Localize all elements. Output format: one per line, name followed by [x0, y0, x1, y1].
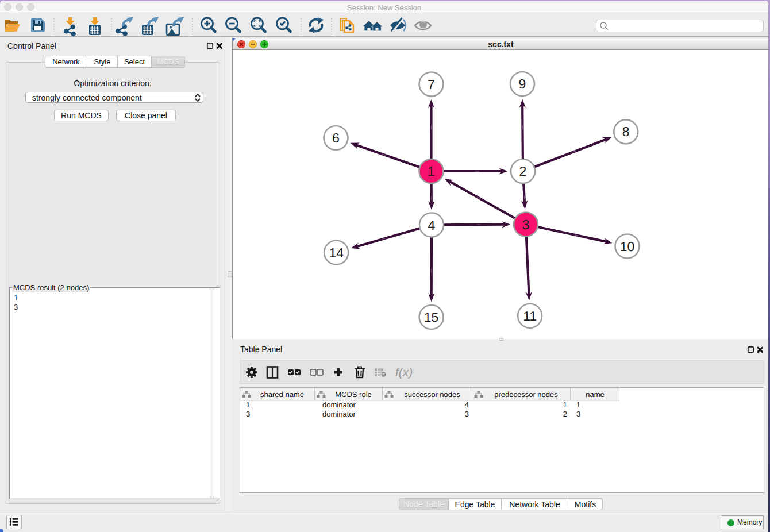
svg-text:4: 4	[465, 400, 469, 409]
svg-text:1: 1	[428, 164, 435, 179]
svg-text:3: 3	[246, 410, 250, 418]
svg-text:1: 1	[576, 400, 580, 409]
svg-text:2: 2	[563, 410, 567, 418]
svg-text:MCDS role: MCDS role	[335, 390, 372, 399]
svg-text:dominator: dominator	[322, 400, 356, 409]
svg-text:8: 8	[622, 124, 630, 139]
svg-text:successor nodes: successor nodes	[404, 390, 460, 399]
svg-text:6: 6	[332, 130, 340, 145]
svg-text:14: 14	[329, 245, 344, 260]
svg-text:9: 9	[519, 76, 526, 91]
svg-text:predecessor nodes: predecessor nodes	[494, 390, 558, 399]
svg-text:15: 15	[424, 310, 439, 325]
svg-text:3: 3	[465, 410, 469, 418]
svg-text:1: 1	[563, 400, 567, 409]
svg-text:shared name: shared name	[260, 390, 304, 399]
svg-text:10: 10	[620, 239, 635, 254]
svg-text:3: 3	[576, 410, 580, 418]
svg-text:1: 1	[246, 400, 250, 409]
svg-text:4: 4	[428, 218, 436, 233]
svg-text:11: 11	[523, 309, 537, 323]
svg-text:name: name	[586, 390, 605, 399]
svg-text:f(x): f(x)	[395, 366, 413, 379]
svg-text:2: 2	[519, 164, 527, 179]
svg-text:dominator: dominator	[322, 410, 356, 418]
svg-text:7: 7	[428, 77, 435, 92]
svg-text:3: 3	[522, 217, 530, 232]
